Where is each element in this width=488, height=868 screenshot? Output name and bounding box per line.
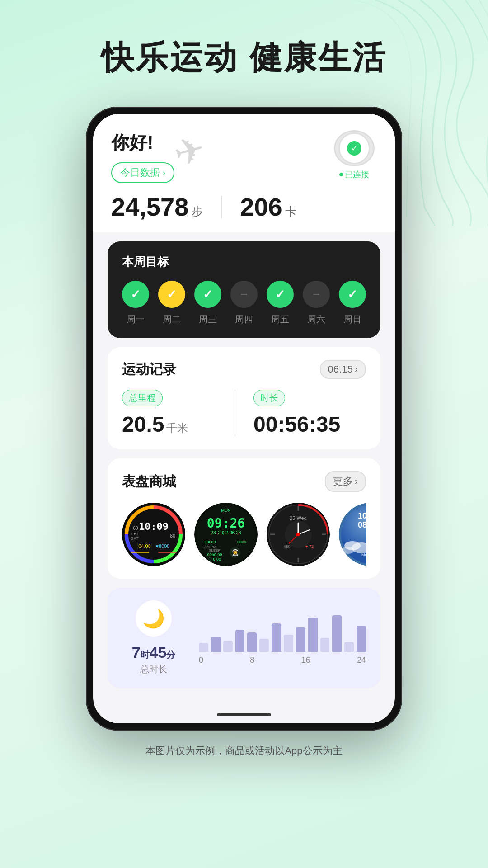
minus-icon-thu: −: [240, 288, 247, 302]
sleep-bar: [235, 630, 245, 652]
distance-stat: 总里程 20.5 千米: [122, 390, 235, 437]
day-label-fri: 周五: [271, 313, 289, 326]
sleep-axis-16: 16: [301, 656, 310, 665]
svg-text:👨‍🚀: 👨‍🚀: [231, 549, 239, 557]
greeting-section: ✈ 你好! 今日数据 › 24,578 步: [93, 114, 395, 232]
arrow-right-icon: ›: [355, 476, 358, 487]
sleep-section: 🌙 7时45分 总时长: [108, 588, 380, 688]
sleep-duration: 7时45分: [132, 644, 176, 661]
home-indicator-area: [93, 706, 395, 723]
sleep-bar: [272, 623, 281, 652]
svg-text:23' 2022-06-26: 23' 2022-06-26: [211, 530, 241, 535]
day-label-wed: 周三: [199, 313, 217, 326]
watchface-item-1[interactable]: 10:09 FRI SAT 80 60 04.08 ♥8000: [122, 503, 185, 566]
watchface-item-2[interactable]: MON 09:26 23' 2022-06-26 00000 0000 AM P…: [194, 503, 258, 566]
arrow-right-icon: ›: [355, 363, 358, 375]
sleep-bar: [259, 639, 269, 652]
distance-unit: 千米: [166, 422, 188, 434]
svg-rect-10: [158, 552, 176, 553]
watchface-row: 10:09 FRI SAT 80 60 04.08 ♥8000: [122, 503, 366, 566]
calories-value: 206: [240, 192, 282, 222]
sleep-axis-24: 24: [357, 656, 366, 665]
watch-container: ✓ 已连接: [332, 130, 377, 180]
steps-unit: 步: [191, 204, 203, 220]
svg-text:10: 10: [358, 511, 366, 520]
svg-text:25 Wed: 25 Wed: [290, 515, 307, 521]
svg-text:Mon 0070: Mon 0070: [361, 552, 366, 557]
watch-circle: ✓: [334, 130, 375, 166]
watchface-more-button[interactable]: 更多 ›: [325, 471, 366, 492]
day-item-tue: ✓ 周二: [158, 281, 185, 326]
sleep-left: 🌙 7时45分 总时长: [122, 600, 185, 675]
exercise-date-button[interactable]: 06.15 ›: [320, 360, 366, 379]
distance-label: 总里程: [122, 390, 163, 406]
day-label-tue: 周二: [163, 313, 181, 326]
sleep-bar: [344, 642, 354, 652]
check-icon-fri: ✓: [275, 288, 285, 302]
calories-unit: 卡: [285, 204, 297, 220]
check-icon-tue: ✓: [167, 288, 177, 302]
steps-stat: 24,578 步: [111, 192, 203, 222]
day-circle-thu: −: [230, 281, 258, 308]
svg-text:FRI: FRI: [131, 532, 138, 536]
sleep-axis-8: 8: [250, 656, 254, 665]
page-title: 快乐运动 健康生活: [101, 36, 387, 80]
sleep-axis-0: 0: [199, 656, 203, 665]
svg-text:08: 08: [358, 520, 366, 529]
svg-text:SAT: SAT: [131, 536, 139, 541]
sleep-bar: [284, 635, 293, 652]
svg-point-42: [342, 547, 354, 554]
svg-text:MON: MON: [221, 508, 231, 513]
phone-screen: ✈ 你好! 今日数据 › 24,578 步: [93, 114, 395, 723]
watchface-title: 表盘商城: [122, 472, 176, 491]
sleep-bars: [199, 611, 366, 652]
sleep-bar: [199, 643, 208, 652]
exercise-title: 运动记录: [122, 360, 176, 379]
watchface-item-3[interactable]: 25 Wed 480: [267, 503, 330, 566]
arrow-right-icon: ›: [163, 168, 165, 178]
sleep-bar: [332, 615, 342, 652]
home-indicator: [217, 713, 271, 716]
minus-icon-sat: −: [313, 288, 319, 302]
watchface-header: 表盘商城 更多 ›: [122, 471, 366, 492]
sleep-total-label: 总时长: [140, 663, 167, 675]
day-item-thu: − 周四: [230, 281, 258, 326]
days-row: ✓ 周一 ✓ 周二: [122, 281, 366, 326]
day-label-thu: 周四: [235, 313, 253, 326]
day-circle-mon: ✓: [122, 281, 149, 308]
svg-text:00000: 00000: [204, 540, 216, 544]
svg-text:SLEEP: SLEEP: [209, 548, 221, 552]
exercise-stats: 总里程 20.5 千米 时长 00:56:35: [122, 390, 366, 437]
svg-text:10:09: 10:09: [139, 521, 169, 532]
watch-check-icon: ✓: [347, 141, 361, 156]
svg-text:480: 480: [283, 544, 290, 549]
app-content: ✈ 你好! 今日数据 › 24,578 步: [93, 114, 395, 723]
svg-rect-9: [131, 552, 149, 553]
sleep-axis: 0 8 16 24: [199, 656, 366, 665]
watchface-item-4[interactable]: 10 08: [339, 503, 366, 566]
svg-text:♡ 0.00: ♡ 0.00: [208, 557, 221, 561]
svg-text:♥ 72: ♥ 72: [305, 544, 314, 549]
weekly-title: 本周目标: [122, 254, 366, 270]
check-icon-wed: ✓: [203, 288, 213, 302]
svg-text:♥8000: ♥8000: [155, 543, 169, 549]
check-icon-sun: ✓: [347, 288, 357, 302]
watchface-section: 表盘商城 更多 ›: [108, 458, 380, 579]
svg-text:00h0.00: 00h0.00: [207, 552, 222, 557]
connected-label: 已连接: [339, 169, 369, 180]
day-label-mon: 周一: [127, 313, 145, 326]
phone-shell: ✈ 你好! 今日数据 › 24,578 步: [86, 107, 402, 731]
moon-icon: 🌙: [142, 608, 165, 629]
day-item-fri: ✓ 周五: [267, 281, 294, 326]
weekly-section: 本周目标 ✓ 周一 ✓: [108, 241, 380, 338]
steps-value: 24,578: [111, 192, 188, 222]
day-circle-tue: ✓: [158, 281, 185, 308]
day-item-mon: ✓ 周一: [122, 281, 149, 326]
duration-value: 00:56:35: [253, 412, 340, 436]
disclaimer-text: 本图片仅为示例，商品或活动以App公示为主: [118, 744, 369, 758]
day-circle-sun: ✓: [339, 281, 366, 308]
day-label-sat: 周六: [307, 313, 325, 326]
stats-row: 24,578 步 206 卡: [111, 192, 297, 222]
today-data-button[interactable]: 今日数据 ›: [111, 162, 174, 183]
day-label-sun: 周日: [343, 313, 361, 326]
